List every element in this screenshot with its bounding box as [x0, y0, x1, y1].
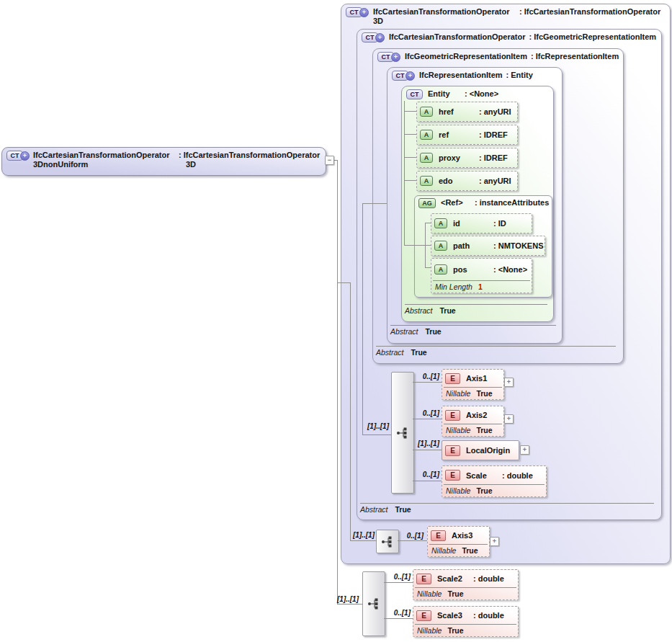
- base-type-name: : Entity: [506, 71, 533, 80]
- attribute-group-icon: AG: [418, 198, 436, 208]
- cardinality-label: 0..[1]: [403, 532, 424, 540]
- sequence-bar-op[interactable]: [391, 372, 414, 494]
- abstract-facet: Abstract True: [376, 346, 616, 357]
- cardinality-label: [1]..[1]: [364, 422, 389, 430]
- attribute-card-pos[interactable]: A pos : <None> Min Length 1: [431, 258, 532, 293]
- expand-handle-axis1[interactable]: +: [504, 378, 514, 387]
- attribute-row: A href : anyURI: [417, 102, 517, 121]
- connector-line: [384, 618, 413, 619]
- attribute-icon: A: [420, 130, 433, 140]
- connector-line: [404, 180, 416, 181]
- type-name: Entity: [428, 89, 460, 99]
- connector-line: [350, 282, 351, 540]
- abstract-facet: Abstract True: [390, 325, 556, 336]
- abstract-facet: Abstract True: [405, 304, 547, 315]
- cardinality-label: 0..[1]: [420, 373, 439, 380]
- element-icon: E: [445, 470, 460, 481]
- complextype-icon: CT +: [377, 52, 400, 62]
- nillable-facet: Nillable True: [415, 587, 516, 599]
- attribute-row: A id : ID: [431, 214, 532, 233]
- plus-icon: +: [507, 416, 511, 422]
- type-box-header: CT + IfcRepresentationItem : Entity: [387, 68, 562, 84]
- connector-line: [404, 134, 416, 135]
- sequence-icon: [367, 597, 380, 610]
- derived-plus-icon: +: [20, 151, 30, 161]
- element-card-localorigin[interactable]: E LocalOrigin: [442, 440, 519, 460]
- minlength-facet: Min Length 1: [433, 280, 530, 293]
- connector-line: [404, 111, 416, 112]
- base-type-name: : IfcGeometricRepresentationItem: [529, 32, 657, 42]
- plus-icon: +: [493, 538, 496, 545]
- attribute-card-edo[interactable]: A edo : anyURI: [416, 171, 518, 191]
- nillable-facet: Nillable True: [444, 387, 502, 399]
- connector-line: [337, 282, 351, 283]
- base-type-name: : IfcCartesianTransformationOperator: [519, 7, 660, 17]
- attribute-card-href[interactable]: A href : anyURI: [416, 102, 518, 122]
- element-row: E Axis2: [442, 406, 503, 424]
- collapse-handle[interactable]: −: [325, 156, 334, 165]
- attribute-row: A edo : anyURI: [417, 171, 517, 190]
- element-box-ifccartesiantransformationoperator3dnonuniform[interactable]: CT + IfcCartesianTransformationOperator …: [1, 147, 326, 176]
- complextype-icon: CT +: [362, 32, 385, 43]
- connector-line: [384, 582, 413, 583]
- cardinality-label: [1]..[1]: [415, 440, 439, 447]
- cardinality-label: 0..[1]: [420, 409, 439, 417]
- element-card-scale[interactable]: E Scale : double Nillable True: [442, 465, 547, 497]
- element-icon: E: [431, 530, 446, 541]
- connector-line: [404, 157, 416, 158]
- connector-line: [425, 245, 431, 246]
- element-row: E Scale2 : double: [413, 570, 518, 587]
- type-name: IfcCartesianTransformationOperator: [389, 32, 526, 42]
- element-card-scale3[interactable]: E Scale3 : double Nillable True: [413, 606, 519, 637]
- element-card-axis2[interactable]: E Axis2 Nillable True: [442, 406, 504, 437]
- derived-plus-icon: +: [406, 71, 415, 81]
- type-box-header: CT + IfcCartesianTransformationOperator …: [341, 4, 670, 29]
- expand-handle-axis3[interactable]: +: [490, 537, 499, 546]
- type-title: IfcRepresentationItem : Entity: [419, 71, 533, 80]
- sequence-bar-nonuniform[interactable]: [362, 571, 385, 636]
- element-row: E Scale : double: [442, 466, 546, 484]
- element-icon: E: [445, 410, 460, 421]
- attribute-card-proxy[interactable]: A proxy : IDREF: [416, 148, 518, 168]
- element-icon: E: [416, 574, 431, 584]
- connector-line: [350, 540, 377, 541]
- attribute-icon: A: [420, 176, 433, 186]
- element-row: E Axis3: [428, 527, 489, 544]
- element-card-axis3[interactable]: E Axis3 Nillable True: [427, 526, 490, 557]
- cardinality-label: 0..[1]: [420, 471, 439, 478]
- element-row: E LocalOrigin: [442, 441, 519, 460]
- cardinality-label: [1]..[1]: [350, 531, 375, 539]
- nillable-facet: Nillable True: [444, 484, 545, 496]
- element-icon: E: [445, 445, 460, 456]
- element-name: IfcCartesianTransformationOperator 3Dnon…: [33, 151, 175, 169]
- attribute-card-ref[interactable]: A ref : IDREF: [416, 125, 518, 145]
- complextype-icon: CT +: [346, 7, 369, 17]
- connector-line: [404, 101, 405, 245]
- attribute-card-path[interactable]: A path : NMTOKENS: [431, 236, 545, 256]
- connector-line: [362, 434, 392, 435]
- type-name: IfcRepresentationItem: [419, 71, 503, 80]
- connector-line: [362, 203, 363, 434]
- element-box-header: CT + IfcCartesianTransformationOperator …: [2, 148, 326, 172]
- element-card-scale2[interactable]: E Scale2 : double Nillable True: [413, 569, 519, 600]
- expand-handle-axis2[interactable]: +: [504, 414, 514, 424]
- connector-line: [413, 450, 442, 450]
- connector-line: [398, 540, 427, 541]
- element-card-axis1[interactable]: E Axis1 Nillable True: [442, 369, 504, 400]
- expand-handle-localorigin[interactable]: +: [520, 445, 529, 455]
- connector-line: [413, 382, 442, 383]
- type-box-header: CT + IfcGeometricRepresentationItem : If…: [373, 49, 623, 65]
- element-icon: E: [445, 373, 460, 384]
- complextype-icon: CT +: [392, 71, 415, 81]
- connector-line: [413, 481, 442, 481]
- connector-line: [404, 245, 425, 246]
- attribute-icon: A: [434, 241, 447, 251]
- attribute-icon: A: [420, 153, 433, 163]
- type-title: IfcGeometricRepresentationItem : IfcRepr…: [405, 52, 619, 61]
- connector-line: [337, 604, 363, 605]
- attribute-card-id[interactable]: A id : ID: [431, 213, 532, 233]
- cardinality-label: [1]..[1]: [334, 595, 359, 603]
- connector-line: [337, 160, 338, 604]
- sequence-bar-op3d[interactable]: [376, 530, 399, 553]
- attribute-row: A proxy : IDREF: [417, 148, 517, 167]
